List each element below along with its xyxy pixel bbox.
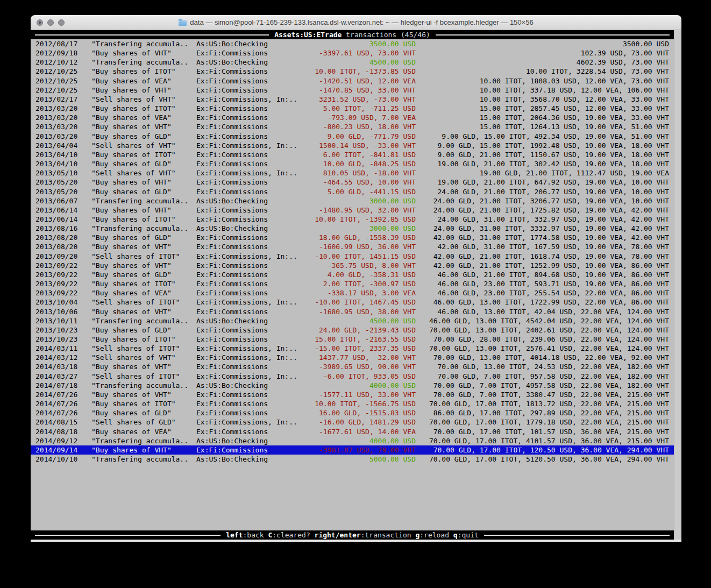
transaction-row[interactable]: 2012/08/17"Transfering accumula..As:US:B…: [31, 39, 674, 48]
transaction-description: "Sell shares of ITOT": [91, 297, 180, 307]
transaction-row[interactable]: 2013/05/20"Buy shares of GLD"Ex:Fi:Commi…: [31, 187, 674, 196]
transaction-row[interactable]: 2012/10/25"Buy shares of ITOT"Ex:Fi:Comm…: [31, 67, 674, 76]
transaction-date: 2013/10/23: [35, 335, 77, 344]
transaction-row[interactable]: 2013/03/20"Buy shares of VEA"Ex:Fi:Commi…: [31, 113, 674, 122]
transaction-other-account: Ex:Fi:Commissions: [196, 390, 268, 399]
transaction-other-account: As:US:Bo:Checking: [196, 436, 268, 445]
transaction-row-selected[interactable]: 2014/09/14"Buy shares of VHT"Ex:Fi:Commi…: [31, 445, 674, 455]
transaction-running-balance: 10.00 ITOT, 1808.03 USD, 12.00 VEA, 73.0…: [421, 76, 669, 86]
transaction-running-balance: 10.00 ITOT, 337.18 USD, 12.00 VEA, 106.0…: [421, 86, 669, 95]
transaction-running-balance: 9.00 GLD, 21.00 ITOT, 1150.67 USD, 19.00…: [421, 150, 669, 159]
transaction-running-balance: 102.39 USD, 73.00 VHT: [421, 48, 669, 58]
transaction-row[interactable]: 2013/09/22"Buy shares of VHT"Ex:Fi:Commi…: [31, 261, 674, 270]
transaction-row[interactable]: 2012/09/18"Buy shares of VHT"Ex:Fi:Commi…: [31, 48, 674, 58]
transaction-row[interactable]: 2012/10/25"Buy shares of VHT"Ex:Fi:Commi…: [31, 86, 674, 95]
hint-description: :transaction: [361, 531, 411, 539]
transaction-row[interactable]: 2013/08/16"Transfering accumula..As:US:B…: [31, 224, 674, 233]
folder-icon: [179, 19, 187, 26]
window-titlebar[interactable]: data — simon@pool-71-165-239-133.lsanca.…: [31, 15, 681, 30]
transaction-row[interactable]: 2013/06/14"Buy shares of ITOT"Ex:Fi:Comm…: [31, 215, 674, 224]
close-button[interactable]: [37, 19, 43, 26]
transaction-row[interactable]: 2013/10/11"Transfering accumula..As:US:B…: [31, 316, 674, 325]
hint-key: q: [453, 531, 458, 539]
transaction-row[interactable]: 2014/07/18"Transfering accumula..As:US:B…: [31, 381, 674, 390]
transaction-running-balance: 42.00 GLD, 21.00 ITOT, 1618.74 USD, 19.0…: [421, 252, 669, 261]
transaction-other-account: As:US:Bo:Checking: [196, 316, 268, 325]
transaction-row[interactable]: 2013/03/20"Buy shares of VHT"Ex:Fi:Commi…: [31, 122, 674, 131]
transaction-date: 2013/10/23: [35, 325, 77, 335]
transaction-row[interactable]: 2013/09/22"Buy shares of VEA"Ex:Fi:Commi…: [31, 288, 674, 297]
transaction-date: 2014/09/14: [35, 445, 77, 455]
transaction-description: "Buy shares of VHT": [91, 307, 172, 316]
transaction-row[interactable]: 2012/10/25"Buy shares of VEA"Ex:Fi:Commi…: [31, 76, 674, 86]
transaction-date: 2013/03/20: [35, 122, 77, 131]
transaction-other-account: Ex:Fi:Commissions: [196, 113, 268, 122]
transaction-description: "Transfering accumula..: [91, 58, 188, 67]
transaction-running-balance: 46.00 GLD, 21.00 ITOT, 894.68 USD, 19.00…: [421, 270, 669, 279]
scrollbar-track[interactable]: [674, 30, 681, 540]
transaction-row[interactable]: 2013/09/20"Sell shares of ITOT"Ex:Fi:Com…: [31, 252, 674, 261]
transaction-row[interactable]: 2014/09/12"Transfering accumula..As:US:B…: [31, 436, 674, 445]
transaction-row[interactable]: 2013/04/10"Buy shares of ITOT"Ex:Fi:Comm…: [31, 150, 674, 159]
transaction-row[interactable]: 2014/03/12"Sell shares of VHT"Ex:Fi:Comm…: [31, 353, 674, 362]
transaction-row[interactable]: 2012/10/12"Transfering accumula..As:US:B…: [31, 58, 674, 67]
transaction-row[interactable]: 2013/05/20"Buy shares of VHT"Ex:Fi:Commi…: [31, 178, 674, 187]
transaction-row[interactable]: 2014/03/27"Sell shares of ITOT"Ex:Fi:Com…: [31, 372, 674, 381]
transaction-row[interactable]: 2013/02/17"Sell shares of VHT"Ex:Fi:Comm…: [31, 95, 674, 104]
transaction-row[interactable]: 2014/08/15"Sell shares of GLD"Ex:Fi:Comm…: [31, 417, 674, 427]
transaction-running-balance: 70.00 GLD, 17.00 ITOT, 5120.50 USD, 36.0…: [421, 455, 669, 464]
transaction-row[interactable]: 2013/09/22"Buy shares of ITOT"Ex:Fi:Comm…: [31, 279, 674, 288]
transaction-row[interactable]: 2014/08/18"Buy shares of VEA"Ex:Fi:Commi…: [31, 427, 674, 436]
transaction-amount: 810.05 USD, -18.00 VHT: [262, 168, 416, 178]
transaction-row[interactable]: 2013/05/10"Sell shares of VHT"Ex:Fi:Comm…: [31, 168, 674, 178]
transaction-row[interactable]: 2014/03/18"Buy shares of VHT"Ex:Fi:Commi…: [31, 362, 674, 371]
transaction-running-balance: 24.00 GLD, 21.00 ITOT, 3206.77 USD, 19.0…: [421, 196, 669, 206]
transaction-description: "Buy shares of ITOT": [91, 150, 176, 159]
transaction-other-account: Ex:Fi:Commissions: [196, 270, 268, 279]
transaction-amount: -3981.07 USD, 79.00 VHT: [262, 445, 416, 455]
transaction-description: "Buy shares of VEA": [91, 427, 172, 436]
transaction-row[interactable]: 2013/06/14"Buy shares of VHT"Ex:Fi:Commi…: [31, 206, 674, 215]
transaction-description: "Sell shares of VHT": [91, 353, 176, 362]
hint-description: :reload: [420, 531, 449, 539]
transaction-row[interactable]: 2013/10/23"Buy shares of ITOT"Ex:Fi:Comm…: [31, 335, 674, 344]
transaction-other-account: Ex:Fi:Commissions: [196, 408, 268, 417]
transaction-row[interactable]: 2013/06/07"Transfering accumula..As:US:B…: [31, 196, 674, 206]
transaction-row[interactable]: 2013/10/23"Buy shares of GLD"Ex:Fi:Commi…: [31, 325, 674, 335]
traffic-lights: [37, 19, 65, 26]
transaction-description: "Buy shares of VHT": [91, 390, 172, 399]
transaction-row[interactable]: 2013/09/22"Buy shares of GLD"Ex:Fi:Commi…: [31, 270, 674, 279]
transaction-row[interactable]: 2013/08/20"Buy shares of VHT"Ex:Fi:Commi…: [31, 242, 674, 251]
transaction-running-balance: 70.00 GLD, 13.00 ITOT, 2576.41 USD, 22.0…: [421, 344, 669, 353]
transaction-row[interactable]: 2013/10/06"Buy shares of VHT"Ex:Fi:Commi…: [31, 307, 674, 316]
transaction-date: 2013/04/10: [35, 150, 77, 159]
transaction-row[interactable]: 2013/03/20"Buy shares of ITOT"Ex:Fi:Comm…: [31, 104, 674, 113]
transaction-row[interactable]: 2013/04/10"Buy shares of GLD"Ex:Fi:Commi…: [31, 159, 674, 168]
transaction-amount: -1480.95 USD, 32.00 VHT: [262, 206, 416, 215]
transaction-date: 2013/08/20: [35, 233, 77, 242]
transaction-row[interactable]: 2014/03/11"Sell shares of ITOT"Ex:Fi:Com…: [31, 344, 674, 353]
transaction-running-balance: 19.00 GLD, 21.00 ITOT, 302.42 USD, 19.00…: [421, 159, 669, 168]
transaction-description: "Buy shares of GLD": [91, 132, 172, 141]
transaction-description: "Sell shares of VHT": [91, 168, 176, 178]
transaction-other-account: Ex:Fi:Commissions: [196, 445, 268, 455]
transaction-date: 2014/03/12: [35, 353, 77, 362]
transaction-row[interactable]: 2013/04/04"Sell shares of VHT"Ex:Fi:Comm…: [31, 141, 674, 150]
transaction-row[interactable]: 2014/07/26"Buy shares of GLD"Ex:Fi:Commi…: [31, 408, 674, 417]
transaction-row[interactable]: 2013/10/04"Sell shares of ITOT"Ex:Fi:Com…: [31, 297, 674, 307]
transaction-description: "Buy shares of ITOT": [91, 335, 176, 344]
transaction-row[interactable]: 2014/07/26"Buy shares of ITOT"Ex:Fi:Comm…: [31, 399, 674, 408]
transaction-other-account: As:US:Bo:Checking: [196, 39, 268, 48]
transaction-row[interactable]: 2013/03/20"Buy shares of GLD"Ex:Fi:Commi…: [31, 132, 674, 141]
screen-title: Assets:US:ETrade transactions (45/46): [274, 30, 430, 39]
minimize-button[interactable]: [47, 19, 54, 26]
transaction-amount: -1470.85 USD, 33.00 VHT: [262, 86, 416, 95]
transaction-row[interactable]: 2014/10/10"Transfering accumula..As:US:B…: [31, 455, 674, 464]
transaction-row[interactable]: 2013/08/20"Buy shares of GLD"Ex:Fi:Commi…: [31, 233, 674, 242]
transaction-description: "Buy shares of GLD": [91, 159, 172, 168]
zoom-button[interactable]: [58, 19, 65, 26]
transaction-amount: 5.00 GLD, -441.15 USD: [262, 187, 416, 196]
transaction-description: "Sell shares of ITOT": [91, 252, 180, 261]
transaction-row[interactable]: 2014/07/26"Buy shares of VHT"Ex:Fi:Commi…: [31, 390, 674, 399]
list-position: (45/46): [401, 31, 430, 39]
